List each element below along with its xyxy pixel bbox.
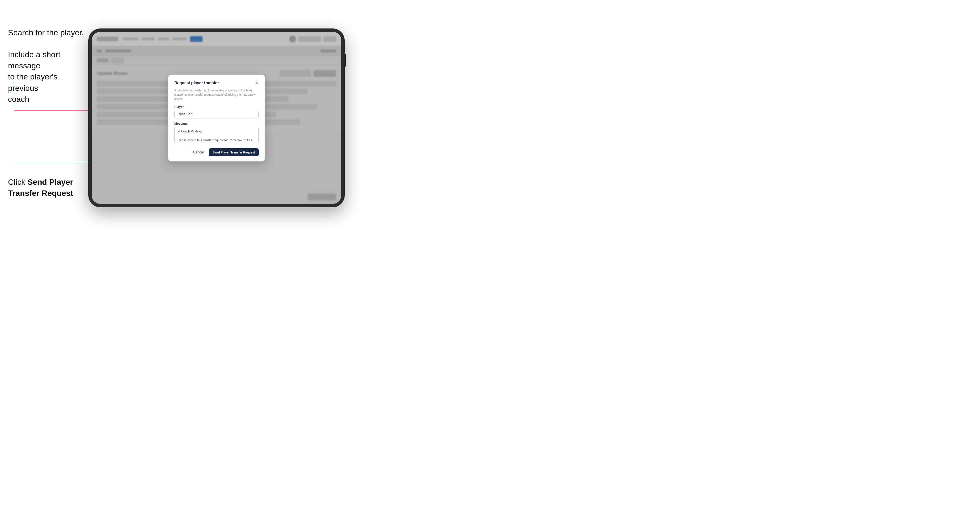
annotation-message: Include a short messageto the player's p… (8, 49, 85, 105)
tablet-frame: Update Roster (88, 29, 345, 207)
message-field-group: Message Hi Coach McHarg, Please accept t… (174, 122, 259, 144)
send-transfer-button[interactable]: Send Player Transfer Request (209, 148, 259, 156)
modal-dialog: Request player transfer × If the player … (168, 75, 265, 162)
modal-footer: Cancel Send Player Transfer Request (174, 148, 259, 156)
tablet-screen: Update Roster (92, 32, 341, 204)
message-label: Message (174, 122, 259, 125)
player-label: Player (174, 105, 259, 108)
tablet-side-btn (345, 54, 346, 67)
message-textarea[interactable]: Hi Coach McHarg, Please accept this tran… (174, 127, 259, 143)
cancel-button[interactable]: Cancel (191, 149, 206, 156)
modal-overlay: Request player transfer × If the player … (92, 32, 341, 204)
player-field-group: Player (174, 105, 259, 118)
annotation-search: Search for the player. (8, 27, 84, 38)
modal-header: Request player transfer × (174, 80, 259, 86)
modal-title: Request player transfer (174, 81, 219, 85)
modal-description: If the player is transferring from anoth… (174, 88, 259, 101)
player-input[interactable] (174, 110, 259, 118)
annotation-click: Click Send PlayerTransfer Request (8, 176, 85, 199)
arrow-vertical-search (14, 80, 14, 111)
modal-close-button[interactable]: × (255, 80, 259, 86)
